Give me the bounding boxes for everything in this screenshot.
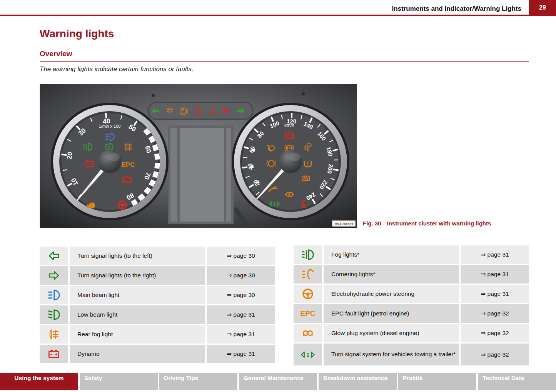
svg-text:B5J-2009H: B5J-2009H: [335, 222, 353, 226]
tab-driving-tips[interactable]: Driving Tips: [159, 373, 237, 390]
table-row: Fog lights* ⇒ page 31: [294, 245, 529, 264]
tachometer: 10 20 30 40 50 60 70 80 1/min x 100 EPC: [51, 103, 169, 220]
page-title: Warning lights: [40, 28, 114, 40]
page-reference[interactable]: ⇒ page 31: [207, 325, 275, 344]
section-heading: Overview: [40, 50, 529, 62]
tachometer-hub: [98, 150, 121, 173]
speedometer: 20 40 60 80 100 120 140 160 180 200 220 …: [232, 103, 349, 220]
svg-text:EPC: EPC: [300, 309, 315, 317]
table-row: Turn signal lights (to the right) ⇒ page…: [40, 266, 275, 285]
page-reference[interactable]: ⇒ page 31: [461, 265, 529, 284]
warning-lights-table-right: Fog lights* ⇒ page 31 Cornering lights* …: [294, 245, 529, 367]
intro-text: The warning lights indicate certain func…: [40, 65, 194, 73]
instrument-cluster-figure: 10 20 30 40 50 60 70 80 1/min x 100 EPC: [40, 84, 357, 228]
table-row: Electrohydraulic power steering ⇒ page 3…: [294, 285, 529, 303]
tachometer-unit-label: 1/min x 100: [99, 124, 121, 128]
table-row: Main beam light ⇒ page 30: [40, 286, 275, 304]
warning-light-label: Main beam light: [70, 286, 205, 304]
warning-lights-table-left: Turn signal lights (to the left) ⇒ page …: [40, 247, 275, 364]
page-reference[interactable]: ⇒ page 30: [207, 266, 275, 285]
warning-light-label: Turn signal lights (to the right): [70, 266, 205, 285]
warning-light-label: Glow plug system (diesel engine): [324, 324, 459, 342]
warning-light-label: EPC fault light (petrol engine): [324, 304, 459, 323]
warning-light-label: Dynamo: [70, 345, 205, 363]
epc-icon: EPC: [294, 304, 322, 323]
main-beam-icon: [40, 286, 68, 304]
tab-praktik[interactable]: Praktik: [398, 373, 476, 390]
center-display: [168, 125, 234, 224]
page-reference[interactable]: ⇒ page 32: [461, 304, 529, 323]
battery-dynamo-icon: [40, 345, 68, 363]
image-code-label: B5J-2009H: [332, 220, 356, 227]
tab-safety[interactable]: Safety: [80, 373, 158, 390]
table-row: Turn signal system for vehicles towing a…: [294, 344, 529, 365]
header-chapter-title: Instruments and Indicator/Warning Lights: [392, 5, 521, 13]
svg-text:40: 40: [247, 163, 254, 170]
table-row: Cornering lights* ⇒ page 31: [294, 265, 529, 284]
warning-light-label: Turn signal lights (to the left): [70, 247, 205, 265]
warning-light-label: Turn signal system for vehicles towing a…: [324, 344, 459, 365]
svg-text:ABS: ABS: [287, 147, 292, 150]
footer-tab-bar: Using the system Safety Driving Tips Gen…: [0, 373, 556, 390]
power-steering-icon: [294, 285, 322, 303]
table-row: Turn signal lights (to the left) ⇒ page …: [40, 247, 275, 265]
instrument-cluster-image: 10 20 30 40 50 60 70 80 1/min x 100 EPC: [40, 84, 357, 228]
trailer-turn-signal-icon: [294, 344, 322, 365]
speedometer-unit-label: km/h: [284, 123, 294, 128]
warning-light-label: Electrohydraulic power steering: [324, 285, 459, 303]
page-reference[interactable]: ⇒ page 31: [461, 285, 529, 303]
tab-technical-data[interactable]: Technical Data: [478, 373, 556, 390]
turn-signal-right-icon: [40, 266, 68, 285]
figure-caption-label: Fig. 30: [363, 220, 381, 227]
table-row: Low beam light ⇒ page 31: [40, 305, 275, 324]
manual-page: Instruments and Indicator/Warning Lights…: [0, 0, 556, 392]
rear-fog-light-icon: [40, 325, 68, 344]
table-row: Glow plug system (diesel engine) ⇒ page …: [294, 324, 529, 342]
page-reference[interactable]: ⇒ page 31: [461, 245, 529, 264]
tab-breakdown-assistance[interactable]: Breakdown assistance: [319, 373, 397, 390]
figure-caption-text: Instrument cluster with warning lights: [387, 220, 491, 227]
table-row: EPC EPC fault light (petrol engine) ⇒ pa…: [294, 304, 529, 323]
svg-text:20: 20: [65, 152, 74, 160]
page-reference[interactable]: ⇒ page 30: [207, 286, 275, 304]
page-reference[interactable]: ⇒ page 30: [207, 247, 275, 265]
tab-general-maintenance[interactable]: General Maintenance: [239, 373, 317, 390]
low-beam-icon: [40, 305, 68, 324]
table-row: Rear fog light ⇒ page 31: [40, 325, 275, 344]
tab-using-the-system[interactable]: Using the system: [0, 373, 78, 390]
page-number: 29: [539, 4, 546, 11]
header-rule: [0, 15, 556, 16]
cornering-lights-icon: [294, 265, 322, 284]
figure-caption: Fig. 30Instrument cluster with warning l…: [363, 220, 491, 227]
page-reference[interactable]: ⇒ page 32: [461, 344, 529, 365]
glow-plug-icon: [294, 324, 322, 342]
indicator-strip: [148, 102, 253, 119]
rear-fog-light-icon: [125, 143, 132, 150]
warning-light-label: Cornering lights*: [324, 265, 459, 284]
table-row: Dynamo ⇒ page 31: [40, 345, 275, 363]
page-reference[interactable]: ⇒ page 32: [461, 324, 529, 342]
page-number-badge: 29: [529, 0, 556, 15]
fog-lights-icon: [294, 245, 322, 264]
warning-light-label: Fog lights*: [324, 245, 459, 264]
page-reference[interactable]: ⇒ page 31: [207, 305, 275, 324]
epc-icon: EPC: [122, 161, 135, 168]
turn-signal-left-icon: [40, 247, 68, 265]
speedometer-hub: [279, 150, 302, 173]
warning-light-label: Low beam light: [70, 305, 205, 324]
warning-light-label: Rear fog light: [70, 325, 205, 344]
page-reference[interactable]: ⇒ page 31: [207, 345, 275, 363]
